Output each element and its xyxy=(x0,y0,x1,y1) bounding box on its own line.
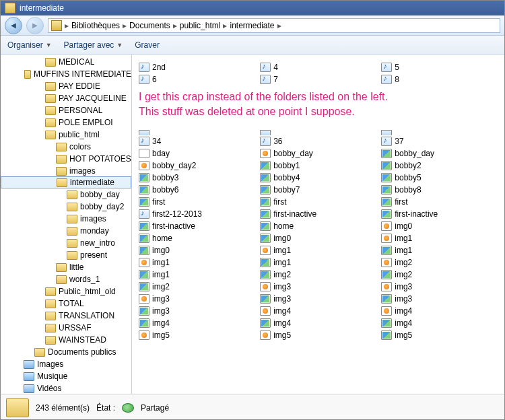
tree-item[interactable]: TOTAL xyxy=(1,298,131,310)
tree-item[interactable]: little xyxy=(1,261,131,273)
file-item[interactable]: bday xyxy=(136,147,257,160)
tree-item[interactable]: MUFFINS INTERMEDIATE xyxy=(1,68,131,80)
breadcrumb-item[interactable]: Bibliothèques xyxy=(71,21,120,30)
breadcrumb-item[interactable]: public_html xyxy=(180,21,221,30)
back-button[interactable]: ◄ xyxy=(5,17,22,34)
tree-item[interactable]: images xyxy=(1,213,131,225)
tree-item[interactable]: images xyxy=(1,165,131,177)
tree-item[interactable]: colors xyxy=(1,141,131,153)
tree-item-label: WAINSTEAD xyxy=(59,335,106,345)
tree-item[interactable]: intermediate xyxy=(1,176,131,188)
breadcrumb[interactable]: ▸ Bibliothèques ▸ Documents ▸ public_htm… xyxy=(48,18,500,33)
file-item[interactable]: bobby5 xyxy=(378,172,500,184)
file-list-pane[interactable]: 2nd64758 I get this crap instead of the … xyxy=(132,55,504,394)
file-item[interactable]: img0 xyxy=(136,244,257,256)
share-with-button[interactable]: Partager avec ▼ xyxy=(64,40,123,50)
burn-button[interactable]: Graver xyxy=(135,40,160,50)
file-item[interactable]: bobby_day xyxy=(378,147,500,160)
tree-item[interactable]: bobby_day xyxy=(1,188,131,201)
tree-item[interactable]: PAY EDDIE xyxy=(1,80,131,92)
organize-button[interactable]: Organiser ▼ xyxy=(7,40,52,50)
file-item[interactable]: img3 xyxy=(378,293,500,305)
tree-item[interactable]: HOT POTATOES xyxy=(1,153,131,165)
file-item[interactable]: first-inactive xyxy=(378,208,500,220)
file-item[interactable]: bobby_day2 xyxy=(136,160,257,172)
tree-item[interactable]: present xyxy=(1,249,131,261)
file-item[interactable]: img3 xyxy=(257,293,378,305)
file-item[interactable]: 6 xyxy=(136,73,257,85)
tree-item[interactable]: Musique xyxy=(1,370,131,382)
tree-item[interactable]: Public_html_old xyxy=(1,285,131,298)
tree-item[interactable]: PAY JACQUELINE xyxy=(1,92,131,104)
file-item[interactable]: img1 xyxy=(136,256,257,269)
file-item[interactable]: bobby1 xyxy=(257,160,378,172)
file-item[interactable]: bobby3 xyxy=(136,172,257,184)
folder-tree[interactable]: MEDICALMUFFINS INTERMEDIATEPAY EDDIEPAY … xyxy=(1,55,132,394)
file-item[interactable]: bobby7 xyxy=(257,184,378,196)
file-item[interactable]: img5 xyxy=(136,329,257,341)
file-item[interactable]: img1 xyxy=(257,256,378,269)
user-annotation: I get this crap instead of the folders l… xyxy=(139,90,500,119)
file-item[interactable]: img1 xyxy=(378,244,500,256)
file-item[interactable]: img2 xyxy=(136,281,257,293)
file-item[interactable]: 34 xyxy=(136,135,257,147)
file-item[interactable]: img4 xyxy=(257,305,378,317)
file-item[interactable]: img4 xyxy=(257,317,378,329)
file-item[interactable]: bobby_day xyxy=(257,147,378,160)
tree-item[interactable]: new_intro xyxy=(1,237,131,249)
file-item[interactable]: img1 xyxy=(378,232,500,244)
tree-item[interactable]: MEDICAL xyxy=(1,56,131,68)
tree-item[interactable]: PERSONAL xyxy=(1,104,131,116)
file-item[interactable]: 37 xyxy=(378,135,500,147)
tree-item[interactable]: Vidéos xyxy=(1,382,131,394)
breadcrumb-item[interactable]: intermediate xyxy=(230,21,274,30)
tree-item[interactable]: Images xyxy=(1,358,131,370)
file-item[interactable]: img3 xyxy=(257,281,378,293)
tree-item[interactable]: bobby_day2 xyxy=(1,201,131,213)
file-item[interactable]: img3 xyxy=(136,305,257,317)
file-item[interactable]: img2 xyxy=(257,269,378,281)
file-item[interactable]: 5 xyxy=(378,61,500,73)
breadcrumb-item[interactable]: Documents xyxy=(129,21,170,30)
file-item[interactable]: bobby2 xyxy=(378,160,500,172)
file-item[interactable]: first-inactive xyxy=(136,220,257,232)
file-item[interactable]: first-inactive xyxy=(257,208,378,220)
file-item[interactable]: img5 xyxy=(257,329,378,341)
tree-item[interactable]: public_html xyxy=(1,129,131,141)
file-item[interactable]: img3 xyxy=(378,281,500,293)
tree-item[interactable]: words_1 xyxy=(1,273,131,285)
file-item[interactable]: home xyxy=(257,220,378,232)
tree-item[interactable]: Documents publics xyxy=(1,346,131,358)
file-item[interactable]: bobby8 xyxy=(378,184,500,196)
file-item[interactable]: img5 xyxy=(378,329,500,341)
file-item[interactable]: img4 xyxy=(378,305,500,317)
tree-item[interactable]: URSSAF xyxy=(1,322,131,334)
file-item[interactable]: first xyxy=(257,196,378,208)
ff-file-icon xyxy=(139,258,149,267)
forward-button[interactable]: ► xyxy=(26,17,44,34)
file-item[interactable]: img0 xyxy=(378,220,500,232)
file-item[interactable]: img1 xyxy=(257,244,378,256)
file-item[interactable]: first xyxy=(136,196,257,208)
file-item[interactable]: img0 xyxy=(257,232,378,244)
file-item[interactable]: img2 xyxy=(378,256,500,269)
tree-item[interactable]: monday xyxy=(1,225,131,237)
file-item[interactable]: img1 xyxy=(136,269,257,281)
file-item[interactable]: 7 xyxy=(257,73,378,85)
file-item[interactable]: 2nd xyxy=(136,61,257,73)
file-item[interactable]: bobby6 xyxy=(136,184,257,196)
file-item[interactable]: 8 xyxy=(378,73,500,85)
file-item[interactable]: img2 xyxy=(378,269,500,281)
file-item[interactable]: bobby4 xyxy=(257,172,378,184)
file-item[interactable]: 36 xyxy=(257,135,378,147)
tree-item[interactable]: TRANSLATION xyxy=(1,310,131,322)
file-item[interactable]: 4 xyxy=(257,61,378,73)
file-item[interactable]: first xyxy=(378,196,500,208)
file-item[interactable]: home xyxy=(136,232,257,244)
file-item[interactable]: img3 xyxy=(136,293,257,305)
file-item[interactable]: first2-12-2013 xyxy=(136,208,257,220)
file-item[interactable]: img4 xyxy=(136,317,257,329)
tree-item[interactable]: WAINSTEAD xyxy=(1,334,131,346)
file-item[interactable]: img4 xyxy=(378,317,500,329)
tree-item[interactable]: POLE EMPLOI xyxy=(1,116,131,129)
